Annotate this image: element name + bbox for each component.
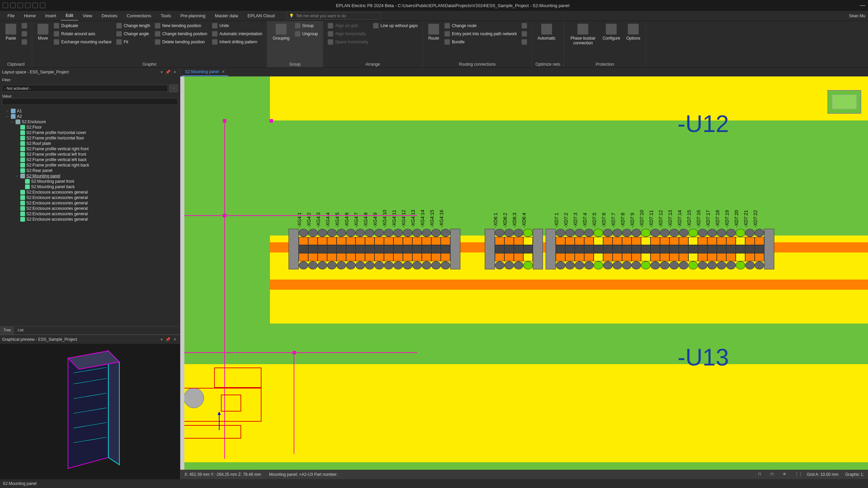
tree-node[interactable]: S2:Mounting panel back bbox=[1, 184, 179, 190]
selection-handle[interactable] bbox=[293, 351, 296, 354]
qat-open-icon[interactable] bbox=[10, 3, 16, 8]
tab-devices[interactable]: Devices bbox=[97, 11, 122, 20]
align-grid-button[interactable]: Align on grid bbox=[326, 22, 370, 29]
ribbon-search[interactable]: 💡 Tell me what you want to do bbox=[286, 12, 381, 20]
tree-node[interactable]: S2:Frame profile horizontal cover bbox=[1, 130, 179, 135]
preview-close-icon[interactable]: ✕ bbox=[172, 337, 178, 342]
selection-handle[interactable] bbox=[270, 119, 273, 123]
filter-select[interactable]: - Not activated - bbox=[2, 85, 168, 92]
doc-tab-close-icon[interactable]: ✕ bbox=[222, 69, 225, 74]
panel-dropdown-icon[interactable]: ▾ bbox=[159, 70, 164, 74]
grouping-button[interactable]: Grouping bbox=[271, 22, 291, 42]
tree-node[interactable]: S2:Enclosure accessories general bbox=[1, 206, 179, 211]
qat-redo-icon[interactable] bbox=[25, 3, 30, 8]
preview-pin-icon[interactable]: 📌 bbox=[164, 337, 172, 342]
snap-icon[interactable]: ⊓ bbox=[758, 472, 763, 477]
preview-3d-view[interactable] bbox=[0, 344, 180, 479]
entry-point-button[interactable]: Entry point into routing path network bbox=[443, 30, 518, 37]
tab-preplanning[interactable]: Pre-planning bbox=[176, 11, 210, 20]
tab-masterdata[interactable]: Master data bbox=[210, 11, 243, 20]
expander-icon[interactable]: − bbox=[10, 119, 14, 124]
expander-icon[interactable]: − bbox=[5, 114, 9, 119]
tab-list[interactable]: List bbox=[14, 327, 27, 334]
automatic-button[interactable]: Automatic bbox=[535, 22, 557, 42]
doc-tab-mounting-panel[interactable]: S2:Mounting panel ✕ bbox=[182, 68, 228, 76]
selection-line-h2[interactable] bbox=[180, 352, 417, 353]
options-button[interactable]: Options bbox=[624, 22, 642, 42]
rotate-button[interactable]: Rotate around axis bbox=[52, 30, 113, 37]
copy-button[interactable] bbox=[20, 30, 28, 37]
tab-tools[interactable]: Tools bbox=[156, 11, 176, 20]
duplicate-button[interactable]: Duplicate bbox=[52, 22, 113, 29]
selection-line-v2[interactable] bbox=[294, 352, 294, 454]
tree-node[interactable]: S2:Frame profile vertical right back bbox=[1, 162, 179, 168]
tree-node[interactable]: S2:Enclosure accessories general bbox=[1, 195, 179, 200]
snap2-icon[interactable]: ⊓: bbox=[770, 472, 776, 477]
expander-icon[interactable]: − bbox=[15, 174, 19, 178]
drawing-canvas[interactable]: -U12 -U13 -XG4:1-XG4:2-XG4:3-XG4:4-XG4:5… bbox=[180, 76, 868, 470]
delete-button[interactable] bbox=[20, 39, 28, 45]
tree-node[interactable]: S2:Frame profile vertical left back bbox=[1, 157, 179, 162]
preview-dropdown-icon[interactable]: ▾ bbox=[159, 337, 164, 342]
align-h-button[interactable]: Align horizontally bbox=[326, 30, 370, 37]
filter-more-button[interactable]: … bbox=[169, 85, 178, 92]
tab-tree[interactable]: Tree bbox=[0, 327, 14, 334]
selection-handle[interactable] bbox=[223, 119, 226, 123]
user-label[interactable]: Sean Mu bbox=[849, 14, 865, 18]
layout-tree[interactable]: − A1− A2− S2:Enclosure S2:Floor S2:Frame… bbox=[0, 107, 180, 326]
tree-node[interactable]: S2:Roof plate bbox=[1, 141, 179, 146]
panel-pin-icon[interactable]: 📌 bbox=[164, 70, 172, 74]
visibility-icon[interactable]: 👁 bbox=[782, 472, 788, 477]
qat-dropdown-icon[interactable] bbox=[40, 3, 45, 8]
value-input[interactable] bbox=[2, 98, 178, 105]
delete-bending-button[interactable]: Delete bending position bbox=[154, 39, 209, 45]
tree-node[interactable]: S2:Frame profile horizontal floor bbox=[1, 135, 179, 141]
unite-button[interactable]: Unite bbox=[211, 22, 264, 29]
routing-dropdown-3[interactable] bbox=[520, 39, 528, 45]
tree-node[interactable]: S2:Enclosure accessories general bbox=[1, 190, 179, 195]
lineup-button[interactable]: Line up without gaps bbox=[372, 22, 419, 29]
tree-node[interactable]: − S2:Mounting panel bbox=[1, 173, 179, 179]
tree-node[interactable]: − A1 bbox=[1, 108, 179, 114]
tree-node[interactable]: S2:Enclosure accessories general bbox=[1, 200, 179, 206]
minimap[interactable] bbox=[827, 90, 861, 114]
cut-button[interactable] bbox=[20, 22, 28, 29]
auto-interp-button[interactable]: Automatic interpretation bbox=[211, 30, 264, 37]
ungroup-button[interactable]: Ungroup bbox=[294, 30, 319, 37]
tree-node[interactable]: S2:Frame profile vertical left front bbox=[1, 152, 179, 157]
qat-undo-icon[interactable] bbox=[18, 3, 23, 8]
tab-edit[interactable]: Edit bbox=[61, 11, 78, 21]
move-button[interactable]: Move bbox=[36, 22, 50, 42]
exchange-surface-button[interactable]: Exchange mounting surface bbox=[52, 39, 113, 45]
tab-view[interactable]: View bbox=[78, 11, 97, 20]
routing-dropdown-2[interactable] bbox=[520, 30, 528, 37]
qat-print-icon[interactable] bbox=[32, 3, 38, 8]
minimize-button[interactable] bbox=[860, 2, 865, 8]
change-bending-button[interactable]: Change bending position bbox=[154, 30, 209, 37]
configure-button[interactable]: Configure bbox=[600, 22, 622, 42]
tree-node[interactable]: S2:Enclosure accessories general bbox=[1, 211, 179, 217]
grid-menu-icon[interactable]: ⋮⋮ bbox=[795, 472, 800, 477]
panel-close-icon[interactable]: ✕ bbox=[172, 70, 178, 74]
routing-dropdown-1[interactable] bbox=[520, 22, 528, 29]
phase-busbar-button[interactable]: Phase busbar connection bbox=[567, 22, 598, 47]
tab-insert[interactable]: Insert bbox=[41, 11, 61, 20]
group-button[interactable]: Group bbox=[294, 22, 319, 29]
new-bending-button[interactable]: New bending position bbox=[154, 22, 209, 29]
selection-handle[interactable] bbox=[223, 214, 226, 217]
fit-button[interactable]: Fit bbox=[115, 39, 152, 45]
change-route-button[interactable]: Change route bbox=[443, 22, 518, 29]
tree-node[interactable]: S2:Enclosure accessories general bbox=[1, 217, 179, 222]
bundle-button[interactable]: Bundle bbox=[443, 39, 518, 45]
tree-node[interactable]: − A2 bbox=[1, 114, 179, 119]
selection-line-h1[interactable] bbox=[180, 215, 417, 216]
tree-node[interactable]: S2:Frame profile vertical right front bbox=[1, 146, 179, 152]
route-button[interactable]: Route bbox=[426, 22, 441, 42]
tab-connections[interactable]: Connections bbox=[122, 11, 156, 20]
tree-node[interactable]: S2:Floor bbox=[1, 125, 179, 130]
inherit-drill-button[interactable]: Inherit drilling pattern bbox=[211, 39, 264, 45]
space-h-button[interactable]: Space horizontally bbox=[326, 39, 370, 45]
tree-node[interactable]: − S2:Enclosure bbox=[1, 119, 179, 125]
tab-eplancloud[interactable]: EPLAN Cloud bbox=[243, 11, 279, 20]
tab-file[interactable]: File bbox=[3, 11, 19, 20]
